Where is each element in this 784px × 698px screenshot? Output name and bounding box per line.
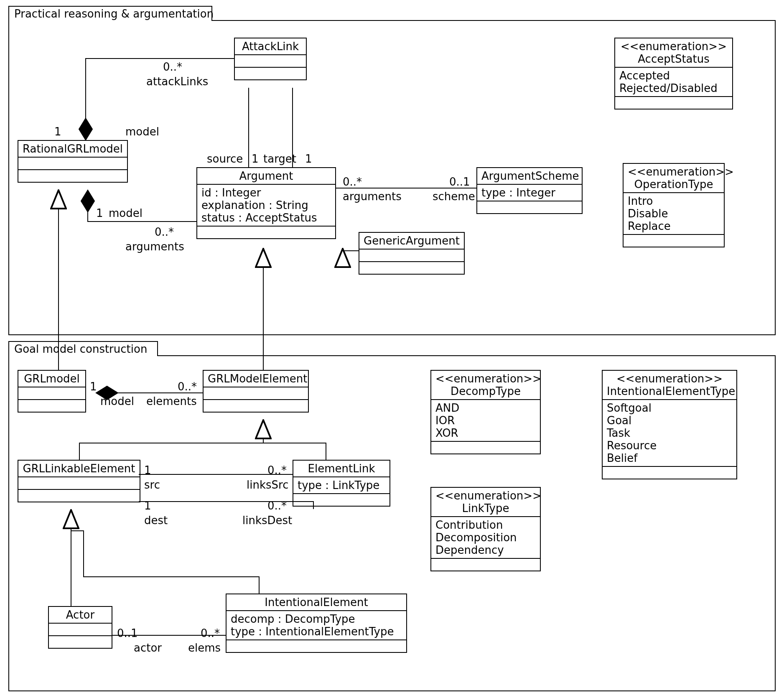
stereotype: <<enumeration>> — [619, 40, 728, 53]
attr: type : Integer — [481, 186, 578, 199]
class-name: GRLLinkableElement — [18, 461, 140, 476]
enum-val: Belief — [607, 452, 732, 464]
mult: 0..* — [201, 627, 220, 639]
stereotype: <<enumeration>> — [435, 489, 536, 502]
class-genericargument: GenericArgument — [359, 232, 465, 275]
attr: decomp : DecompType — [231, 613, 402, 625]
enum-val: Disable — [628, 207, 720, 220]
role: model — [100, 395, 134, 408]
enum-val: Replace — [628, 220, 720, 232]
class-name: GenericArgument — [359, 233, 464, 249]
enum-val: Intro — [628, 195, 720, 207]
mult: 1 — [144, 499, 151, 512]
enum-linktype: <<enumeration>> LinkType Contribution De… — [430, 487, 541, 571]
role: source — [207, 153, 243, 165]
role: linksSrc — [247, 479, 288, 491]
role: model — [109, 207, 143, 219]
enum-val: AND — [435, 402, 536, 414]
enum-acceptstatus: <<enumeration>> AcceptStatus Accepted Re… — [614, 38, 733, 110]
role: target — [263, 153, 296, 165]
attr: id : Integer — [201, 186, 331, 199]
mult: 1 — [54, 125, 61, 138]
mult: 0..* — [178, 380, 197, 393]
package-tab: Goal model construction — [8, 341, 158, 356]
class-name: IntentionalElement — [227, 594, 406, 610]
class-name: GRLmodel — [18, 371, 85, 387]
stereotype: <<enumeration>> — [435, 372, 536, 385]
class-name: LinkType — [435, 502, 536, 515]
class-name: Actor — [49, 607, 112, 623]
enum-val: Goal — [607, 414, 732, 427]
attr: type : LinkType — [298, 479, 385, 492]
enum-val: Softgoal — [607, 402, 732, 414]
enum-val: IOR — [435, 414, 536, 427]
class-rationalgrlmodel: RationalGRLmodel — [18, 140, 128, 183]
role: elements — [146, 395, 197, 408]
role: model — [125, 125, 159, 138]
mult: 0..1 — [449, 176, 470, 188]
mult: 1 — [252, 153, 259, 165]
package-tab: Practical reasoning & argumentation — [8, 6, 212, 21]
mult: 0..* — [267, 499, 287, 512]
role: arguments — [343, 190, 402, 203]
mult: 0..* — [343, 176, 362, 188]
class-grlmodel: GRLmodel — [18, 370, 86, 413]
mult: 1 — [90, 380, 97, 393]
role: actor — [134, 642, 162, 654]
class-elementlink: ElementLink type : LinkType — [293, 460, 390, 507]
attr: explanation : String — [201, 199, 331, 211]
mult: 0..* — [155, 226, 174, 238]
enum-val: XOR — [435, 427, 536, 439]
class-argumentscheme: ArgumentScheme type : Integer — [476, 167, 583, 214]
enum-intelemtype: <<enumeration>> IntentionalElementType S… — [602, 370, 737, 479]
class-name: AttackLink — [235, 38, 306, 54]
enum-val: Decomposition — [435, 531, 536, 544]
stereotype: <<enumeration>> — [628, 166, 720, 178]
enum-val: Accepted — [619, 69, 728, 82]
class-actor: Actor — [48, 606, 112, 649]
enum-val: Dependency — [435, 544, 536, 556]
class-name: DecompType — [435, 385, 536, 397]
mult: 0..* — [163, 61, 182, 73]
enum-val: Rejected/Disabled — [619, 82, 728, 94]
role: scheme — [433, 190, 475, 203]
class-grllinkable: GRLLinkableElement — [18, 460, 140, 502]
enum-operationtype: <<enumeration>> OperationType Intro Disa… — [623, 163, 725, 247]
enum-decomptype: <<enumeration>> DecompType AND IOR XOR — [430, 370, 541, 454]
class-name: IntentionalElementType — [607, 385, 732, 397]
attr: type : IntentionalElementType — [231, 625, 402, 638]
mult: 1 — [96, 207, 103, 219]
class-argument: Argument id : Integer explanation : Stri… — [196, 167, 336, 239]
role: attackLinks — [146, 75, 208, 88]
mult: 1 — [305, 153, 312, 165]
stereotype: <<enumeration>> — [607, 372, 732, 385]
attr: status : AcceptStatus — [201, 211, 331, 224]
class-name: GRLModelElement — [204, 371, 308, 387]
class-name: AcceptStatus — [619, 53, 728, 65]
role: dest — [144, 514, 168, 527]
role: elems — [188, 642, 221, 654]
role: linksDest — [242, 514, 292, 527]
class-attacklink: AttackLink — [234, 38, 307, 80]
class-name: ArgumentScheme — [477, 168, 582, 184]
mult: 0..* — [267, 464, 287, 476]
class-name: RationalGRLmodel — [18, 141, 127, 157]
class-name: ElementLink — [293, 461, 389, 476]
class-name: Argument — [197, 168, 335, 184]
class-grlmodelelement: GRLModelElement — [203, 370, 309, 413]
enum-val: Contribution — [435, 519, 536, 531]
mult: 0..1 — [117, 627, 138, 639]
class-name: OperationType — [628, 178, 720, 191]
role: src — [144, 479, 160, 491]
mult: 1 — [144, 464, 151, 476]
class-intentionalelement: IntentionalElement decomp : DecompType t… — [226, 594, 407, 653]
role: arguments — [125, 240, 184, 253]
enum-val: Resource — [607, 439, 732, 452]
enum-val: Task — [607, 427, 732, 439]
